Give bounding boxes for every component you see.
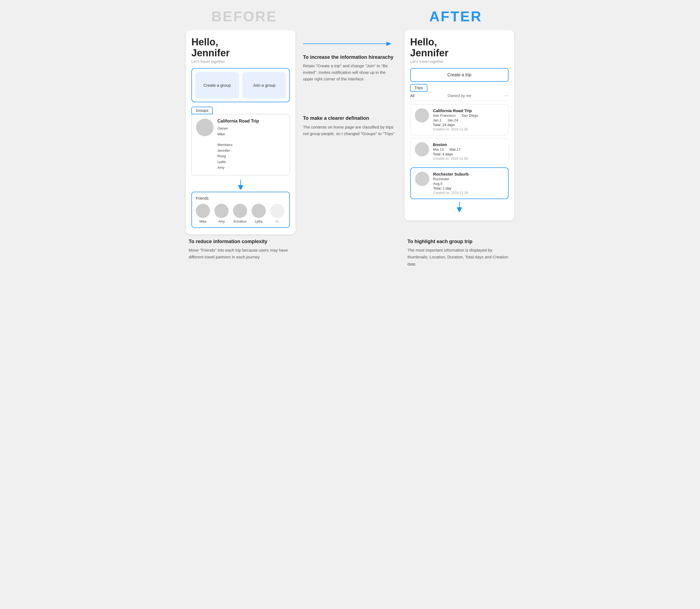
trip-card-created-california: Created on: 2019-11-28	[433, 127, 478, 131]
annotation2-title: To make a clearer defination	[303, 115, 397, 121]
bottom-middle-spacer	[295, 239, 405, 268]
before-greeting-name: Hello,Jennifer	[191, 37, 290, 58]
trip-card-dates-california: Jan.1 Jan.24	[433, 118, 478, 122]
trip-card-rochester[interactable]: Rochester Suburb Rochester Aug.5 Total: …	[410, 167, 509, 199]
friends-section: Friends Mike Amy Ermakov	[191, 192, 290, 228]
trip-card-avatar-rochester	[415, 172, 429, 186]
trip-item: California Road Trip Owner: Mike Members…	[196, 119, 285, 171]
member-3: Lydia	[217, 160, 226, 164]
trips-tab-container: Trips	[410, 84, 509, 92]
filter-owned[interactable]: Owned by me	[448, 93, 471, 98]
create-trip-button[interactable]: Create a trip	[410, 68, 509, 82]
trip-card-avatar-boston	[415, 142, 429, 156]
before-action-buttons: Create a group Join a group	[191, 68, 290, 102]
annotation1-text: Retain "Create a trip" and change "Join"…	[303, 63, 397, 82]
after-phone: Hello,Jennifer Let's travel together Cre…	[405, 30, 514, 221]
trip-card-name-boston: Boston	[433, 142, 468, 147]
trip-card-total-california: Total: 24 days	[433, 123, 478, 127]
friend-avatar-er	[270, 204, 284, 218]
trip-card-info-boston: Boston Mar.13 Mar.17 Total: 4 days Creat…	[433, 142, 468, 160]
trip-card-california[interactable]: California Road Trip San Francisco San D…	[410, 104, 509, 135]
down-arrow-before	[191, 180, 290, 190]
groups-section: Groups California Road Trip Owner: Mike	[191, 107, 290, 175]
friend-avatar-amy	[214, 204, 229, 218]
trip-card-route-rochester: Rochester	[433, 177, 469, 181]
members-label: Members:	[217, 143, 233, 147]
friend-lydia: Lydia	[251, 204, 266, 223]
friend-avatar-lydia	[251, 204, 266, 218]
trip-card-name-california: California Road Trip	[433, 108, 478, 113]
trip-details: California Road Trip Owner: Mike Members…	[217, 119, 259, 171]
join-group-button[interactable]: Join a group	[242, 72, 286, 99]
friend-er: Er	[270, 204, 284, 223]
trip-card-dates-boston: Mar.13 Mar.17	[433, 147, 468, 152]
trip-card-route-california: San Francisco San Diego	[433, 114, 478, 118]
trip-card-info-california: California Road Trip San Francisco San D…	[433, 108, 478, 131]
member-4: Amy	[217, 166, 225, 170]
friend-name-ermakov: Ermakov	[233, 220, 246, 223]
after-greeting-name: Hello,Jennifer	[410, 37, 509, 58]
trip-name: California Road Trip	[217, 119, 259, 124]
friend-name-er: Er	[276, 220, 279, 223]
friend-name-mike: Mike	[199, 220, 206, 223]
friends-label: Friends	[196, 196, 285, 201]
annotation4-text: The most important information is displa…	[407, 247, 511, 268]
main-container: BEFORE AFTER Hello,Jennifer Let's travel…	[186, 8, 514, 267]
trips-filter-row: All Owned by me ···	[410, 93, 509, 101]
member-2: Rong	[217, 154, 226, 158]
create-group-button[interactable]: Create a group	[195, 72, 239, 99]
groups-content: California Road Trip Owner: Mike Members…	[191, 114, 290, 175]
bottom-annotation-right: To highlight each group trip The most im…	[405, 239, 514, 268]
members-info: Members: Jennifer Rong Lydia Amy	[217, 142, 259, 171]
before-label: BEFORE	[211, 8, 277, 24]
before-phone: Hello,Jennifer Let's travel together Cre…	[186, 30, 295, 234]
friend-name-amy: Amy	[218, 220, 225, 223]
trip-card-name-rochester: Rochester Suburb	[433, 172, 469, 176]
member-1: Jennifer	[217, 149, 230, 153]
friend-amy: Amy	[214, 204, 229, 223]
trip-card-avatar-california	[415, 108, 429, 122]
friend-name-lydia: Lydia	[255, 220, 262, 223]
before-greeting: Hello,Jennifer Let's travel together	[191, 37, 290, 64]
middle-annotations: To increase the information hirearachy R…	[295, 30, 405, 137]
trip-card-boston[interactable]: Boston Mar.13 Mar.17 Total: 4 days Creat…	[410, 138, 509, 164]
after-greeting: Hello,Jennifer Let's travel together	[410, 37, 509, 64]
down-arrow-after	[410, 202, 509, 212]
annotation3-title: To reduce information complexity	[189, 239, 293, 244]
trip-card-info-rochester: Rochester Suburb Rochester Aug.5 Total: …	[433, 172, 469, 195]
annotation1-title: To increase the information hirearachy	[303, 54, 397, 60]
trip-card-created-boston: Created on: 2019-11-28	[433, 157, 468, 160]
trip-card-total-boston: Total: 4 days	[433, 152, 468, 156]
bottom-annotation-left: To reduce information complexity Move "F…	[186, 239, 295, 268]
friend-avatar-ermakov	[233, 204, 247, 218]
trip-avatar	[196, 119, 213, 136]
friend-avatar-mike	[196, 204, 210, 218]
annotation-hierarchy: To increase the information hirearachy R…	[303, 36, 397, 82]
after-label: AFTER	[429, 8, 482, 24]
more-options-icon[interactable]: ···	[505, 93, 509, 99]
annotation2-text: The contents on home page are classified…	[303, 124, 397, 137]
friend-mike: Mike	[196, 204, 210, 223]
section-headers: BEFORE AFTER	[186, 8, 514, 24]
owner-info: Owner: Mike	[217, 126, 259, 137]
owner-name: Mike	[217, 132, 225, 136]
after-greeting-sub: Let's travel together	[410, 59, 509, 64]
friend-ermakov: Ermakov	[233, 204, 247, 223]
annotation-definition: To make a clearer defination The content…	[303, 115, 397, 137]
trip-card-created-rochester: Created on: 2019-11-28	[433, 191, 469, 195]
before-greeting-sub: Let's travel together	[191, 59, 290, 64]
owner-label: Owner:	[217, 126, 229, 130]
friends-row: Mike Amy Ermakov Lydia	[196, 204, 285, 223]
annotation4-title: To highlight each group trip	[407, 239, 511, 244]
groups-tab[interactable]: Groups	[191, 107, 213, 114]
trip-card-dates-rochester: Aug.5	[433, 181, 469, 186]
annotation3-text: Move "Friends" into each trip because us…	[189, 247, 293, 261]
filter-all[interactable]: All	[410, 93, 415, 98]
trips-tab[interactable]: Trips	[410, 84, 427, 92]
trip-card-total-rochester: Total: 1 day	[433, 186, 469, 190]
